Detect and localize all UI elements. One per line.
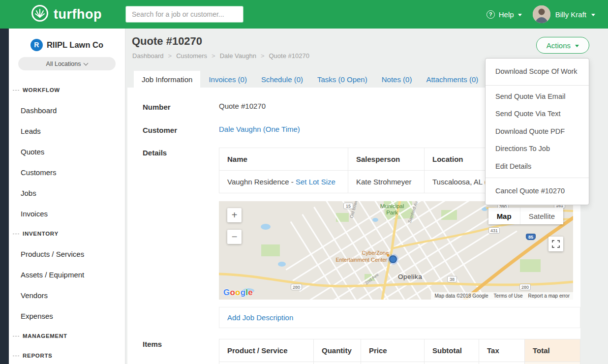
location-filter-label: All Locations [46,61,81,67]
map-data-credit: Map data ©2018 Google [434,293,488,299]
sidebar-item-products-services[interactable]: Products / Services [9,243,125,264]
sidebar-item-vendors[interactable]: Vendors [9,285,125,305]
breadcrumb-separator: > [261,52,265,60]
menu-item-send-quote-email[interactable]: Send Quote Via Email [486,88,589,106]
sidebar-item-expenses[interactable]: Expenses [9,305,125,326]
items-col-price: Price [361,339,425,362]
breadcrumb-dashboard[interactable]: Dashboard [132,52,164,60]
tree-dash-icon [13,356,19,356]
sidebar-item-invoices[interactable]: Invoices [9,203,125,224]
menu-item-download-scope-of-work[interactable]: Download Scope Of Work [486,61,589,83]
sidebar-accent-strip [0,29,9,364]
job-description-section: Add Job Description [219,307,580,328]
tab-attachments[interactable]: Attachments (0) [421,71,483,88]
number-label: Number [143,102,219,111]
details-col-name: Name [219,148,348,171]
map-zoom-in-button[interactable]: + [227,208,242,222]
company-name: RIIPL Lawn Co [47,40,103,50]
nav-section-management[interactable]: MANAGEMENT [9,326,125,346]
map-label-poi-line1: CyberZone [362,250,389,256]
customer-label: Customer [143,125,219,134]
salesperson-value: Kate Strohmeyer [348,171,425,193]
map-type-satellite-button[interactable]: Satellite [520,208,563,224]
menu-divider [486,85,589,86]
customer-name-link[interactable]: Dale Vaughn [219,125,261,133]
map-location-marker [388,254,398,265]
tab-job-information[interactable]: Job Information [134,71,200,88]
search-input[interactable] [125,6,243,23]
fullscreen-icon [552,240,560,248]
nav-section-inventory[interactable]: INVENTORY [9,224,125,243]
tree-dash-icon [13,90,19,91]
sidebar-item-quotes[interactable]: Quotes [9,141,125,162]
report-map-error-link[interactable]: Report a map error [528,293,570,299]
chevron-down-icon [518,14,522,16]
top-bar-right: ? Help Billy Kraft [486,0,595,29]
chevron-down-icon [84,61,89,65]
map[interactable]: Municipal Park CyberZone Entertainment C… [219,201,573,300]
brand-logo[interactable]: turfhop [30,0,102,29]
user-menu[interactable]: Billy Kraft [533,5,595,23]
sidebar-nav: WORKFLOW Dashboard Leads Quotes Customer… [9,80,125,364]
avatar [533,5,550,23]
tab-notes[interactable]: Notes (0) [377,71,417,88]
main-content: Quote #10270 Dashboard > Customers > Dal… [125,29,608,364]
breadcrumb-separator: > [212,52,215,60]
items-row: Items Product / Service Quantity Price S… [127,339,580,364]
menu-item-cancel-quote[interactable]: Cancel Quote #10270 [486,181,589,202]
tab-tasks[interactable]: Tasks (0 Open) [312,71,372,88]
customer-type-link[interactable]: (One Time) [263,125,300,133]
menu-item-download-quote-pdf[interactable]: Download Quote PDF [486,123,589,141]
sidebar-item-dashboard[interactable]: Dashboard [9,100,125,121]
map-attribution: Map data ©2018 Google Terms of Use Repor… [431,292,573,300]
menu-item-send-quote-text[interactable]: Send Quote Via Text [486,105,589,123]
breadcrumb-customer-name[interactable]: Dale Vaughn [220,52,256,60]
map-label-park-line2: Park [386,210,398,215]
tab-schedule[interactable]: Schedule (0) [256,71,308,88]
map-label-poi-line2: Entertainment Center [335,257,387,263]
page-title: Quote #10270 [132,35,202,48]
details-label: Details [143,148,219,328]
items-col-subtotal: Subtotal [425,339,479,362]
map-label-park-line1: Municipal [380,203,404,209]
route-shield: 431 [488,227,500,234]
help-menu[interactable]: ? Help [486,10,522,19]
menu-item-edit-details[interactable]: Edit Details [486,158,589,176]
google-letter: G [223,288,230,297]
actions-button[interactable]: Actions [536,37,589,54]
actions-label: Actions [547,41,571,50]
chevron-down-icon [591,14,595,16]
add-job-description-link[interactable]: Add Job Description [227,313,293,322]
sidebar-item-leads[interactable]: Leads [9,121,125,141]
items-col-product-service: Product / Service [219,339,314,362]
location-filter-dropdown[interactable]: All Locations [18,57,116,70]
sidebar-item-jobs[interactable]: Jobs [9,182,125,203]
nav-section-reports[interactable]: REPORTS [9,346,125,364]
terms-of-use-link[interactable]: Terms of Use [494,293,523,299]
details-col-salesperson: Salesperson [348,148,425,171]
interstate-shield: 85 [526,234,536,240]
company-header[interactable]: R RIIPL Lawn Co [9,37,125,52]
map-type-map-button[interactable]: Map [488,208,520,224]
nav-section-label: REPORTS [23,353,53,359]
tree-dash-icon [13,336,19,336]
google-letter: e [248,288,253,297]
sidebar-item-customers[interactable]: Customers [9,162,125,182]
sidebar-item-assets-equipment[interactable]: Assets / Equipment [9,264,125,285]
nav-section-label: WORKFLOW [23,87,60,93]
user-name: Billy Kraft [555,10,586,19]
set-lot-size-link[interactable]: Set Lot Size [296,178,335,186]
menu-divider [486,178,589,178]
google-logo[interactable]: Google [223,288,253,298]
chevron-down-icon [575,45,579,47]
map-fullscreen-button[interactable] [548,237,563,251]
items-col-total: Total [525,339,580,362]
items-empty-row [219,362,580,364]
map-zoom-out-button[interactable]: − [227,230,242,244]
route-shield: 280 [519,284,531,290]
nav-section-workflow[interactable]: WORKFLOW [9,80,125,100]
tab-invoices[interactable]: Invoices (0) [204,71,252,88]
breadcrumb-customers[interactable]: Customers [176,52,207,60]
nav-section-label: MANAGEMENT [23,333,67,339]
menu-item-directions-to-job[interactable]: Directions To Job [486,140,589,158]
